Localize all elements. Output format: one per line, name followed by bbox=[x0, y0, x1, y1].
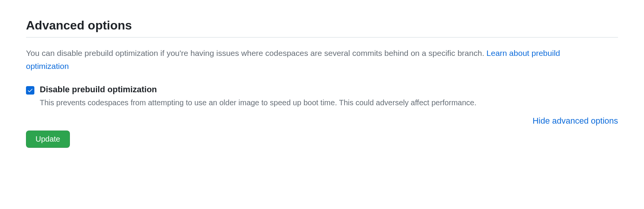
checkbox-content: Disable prebuild optimization This preve… bbox=[40, 85, 618, 108]
section-title: Advanced options bbox=[26, 18, 618, 38]
checkbox-help-text: This prevents codespaces from attempting… bbox=[40, 97, 618, 108]
update-button[interactable]: Update bbox=[26, 131, 70, 148]
description-text: You can disable prebuild optimization if… bbox=[26, 49, 487, 57]
disable-prebuild-checkbox[interactable] bbox=[26, 86, 34, 95]
checkmark-icon bbox=[27, 87, 33, 93]
section-description: You can disable prebuild optimization if… bbox=[26, 47, 561, 72]
disable-prebuild-option: Disable prebuild optimization This preve… bbox=[26, 85, 618, 108]
hide-advanced-options-link[interactable]: Hide advanced options bbox=[532, 116, 618, 126]
checkbox-label: Disable prebuild optimization bbox=[40, 85, 618, 95]
toggle-row: Hide advanced options bbox=[26, 116, 618, 126]
